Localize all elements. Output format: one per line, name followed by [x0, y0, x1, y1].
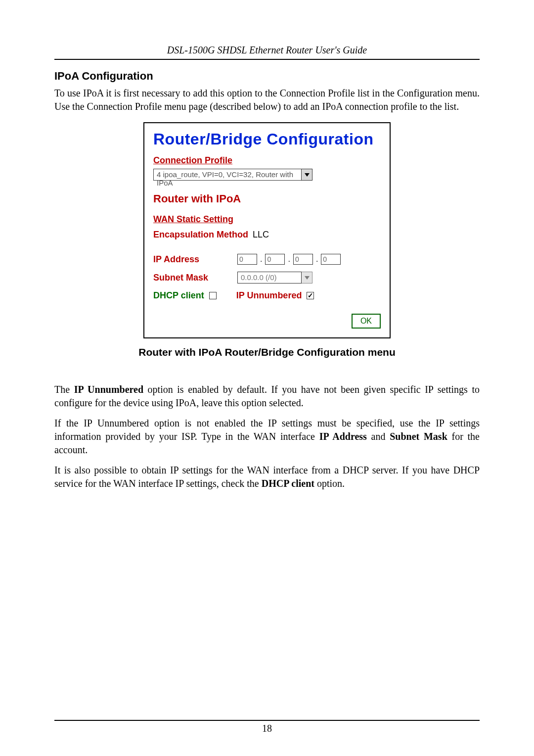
subnet-mask-value: 0.0.0.0 (/0) — [237, 272, 302, 284]
intro-paragraph: To use IPoA it is first necessary to add… — [54, 87, 480, 113]
paragraph-ip-unnumbered: The IP Unnumbered option is enabled by d… — [54, 383, 480, 410]
encapsulation-row: Encapsulation Method LLC — [153, 230, 381, 240]
ip-dot: . — [316, 255, 318, 264]
checkbox-row: DHCP client IP Unnumbered — [153, 290, 381, 301]
connection-profile-heading: Connection Profile — [153, 155, 381, 166]
running-header: DSL-1500G SHDSL Ethernet Router User's G… — [54, 45, 480, 56]
ip-unnumbered-checkbox[interactable] — [307, 292, 314, 299]
ip-address-inputs: . . . — [237, 254, 341, 265]
page-number: 18 — [54, 723, 480, 734]
section-title: IPoA Configuration — [54, 70, 480, 83]
subnet-mask-label: Subnet Mask — [153, 273, 237, 283]
encapsulation-value: LLC — [253, 230, 269, 239]
ip-unnumbered-label: IP Unnumbered — [236, 290, 302, 301]
subnet-mask-row: Subnet Mask 0.0.0.0 (/0) — [153, 272, 381, 284]
footer-rule — [54, 720, 480, 721]
figure-caption: Router with IPoA Router/Bridge Configura… — [54, 346, 480, 358]
document-page: DSL-1500G SHDSL Ethernet Router User's G… — [0, 0, 534, 756]
connection-profile-link[interactable]: Connection Profile — [153, 155, 232, 165]
paragraph-dhcp: It is also possible to obtain IP setting… — [54, 464, 480, 490]
ok-button[interactable]: OK — [352, 314, 381, 329]
config-panel: Router/Bridge Configuration Connection P… — [143, 122, 391, 338]
dhcp-client-label: DHCP client — [153, 290, 204, 301]
panel-title: Router/Bridge Configuration — [153, 130, 381, 148]
ip-dot: . — [288, 255, 290, 264]
dropdown-arrow-icon[interactable] — [302, 169, 312, 181]
footer: 18 — [54, 705, 480, 734]
dropdown-arrow-icon[interactable] — [302, 272, 312, 284]
wan-static-link[interactable]: WAN Static Setting — [153, 214, 233, 225]
ip-octet-3[interactable] — [293, 254, 313, 265]
dhcp-client-checkbox[interactable] — [209, 292, 217, 299]
ip-address-label: IP Address — [153, 254, 237, 265]
encapsulation-label: Encapsulation Method — [153, 230, 248, 239]
connection-profile-value: 4 ipoa_route, VPI=0, VCI=32, Router with… — [153, 169, 302, 181]
config-panel-wrap: Router/Bridge Configuration Connection P… — [143, 122, 391, 338]
ip-dot: . — [260, 255, 262, 264]
connection-profile-select[interactable]: 4 ipoa_route, VPI=0, VCI=32, Router with… — [153, 169, 381, 181]
wan-static-heading: WAN Static Setting — [153, 214, 381, 230]
subnet-mask-select[interactable]: 0.0.0.0 (/0) — [237, 272, 312, 284]
header-rule — [54, 59, 480, 60]
ok-row: OK — [153, 314, 381, 329]
paragraph-ip-settings: If the IP Unnumbered option is not enabl… — [54, 417, 480, 457]
ip-octet-1[interactable] — [237, 254, 257, 265]
router-with-ipoa-title: Router with IPoA — [153, 192, 381, 205]
ip-octet-2[interactable] — [265, 254, 285, 265]
ip-octet-4[interactable] — [321, 254, 341, 265]
ip-address-row: IP Address . . . — [153, 254, 381, 265]
